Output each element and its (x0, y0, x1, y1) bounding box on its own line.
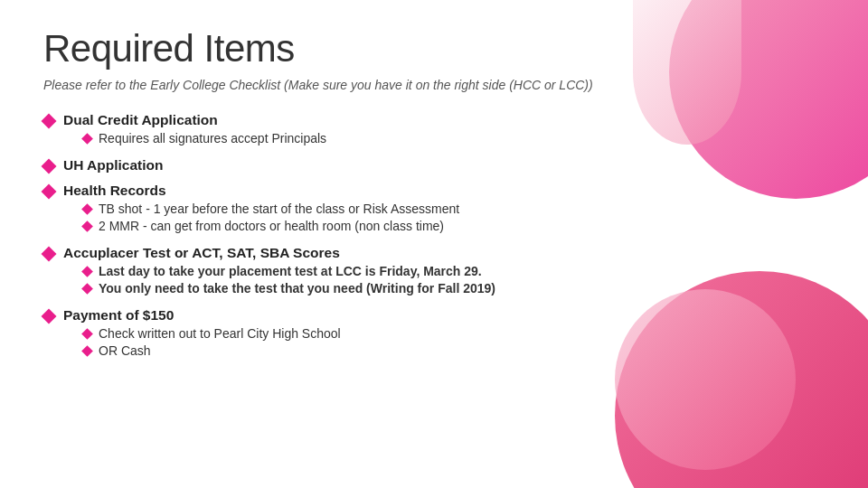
item-label-dual-credit: Dual Credit Application (63, 112, 326, 128)
bullet-icon-payment (42, 309, 57, 324)
main-list-item-health-records: Health RecordsTB shot - 1 year before th… (43, 183, 825, 236)
bullet-icon-dual-credit (42, 114, 57, 129)
sub-item-text-health-records-0: TB shot - 1 year before the start of the… (99, 202, 459, 216)
sub-bullet-icon-dual-credit-0 (81, 133, 93, 145)
sub-bullet-icon-payment-0 (81, 328, 93, 340)
main-list-item-payment: Payment of $150Check written out to Pear… (43, 307, 825, 361)
sub-item-health-records-1: 2 MMR - can get from doctors or health r… (83, 219, 459, 233)
item-label-accuplacer: Accuplacer Test or ACT, SAT, SBA Scores (63, 245, 495, 261)
slide-container: Required Items Please refer to the Early… (0, 0, 868, 488)
sub-item-health-records-0: TB shot - 1 year before the start of the… (83, 202, 459, 216)
sub-item-text-dual-credit-0: Requires all signatures accept Principal… (99, 131, 326, 145)
main-list-item-uh-app: UH Application (43, 157, 825, 174)
main-list-item-dual-credit: Dual Credit ApplicationRequires all sign… (43, 112, 825, 148)
item-label-uh-app: UH Application (63, 157, 164, 174)
sub-list-dual-credit: Requires all signatures accept Principal… (63, 131, 326, 148)
sub-item-text-payment-0: Check written out to Pearl City High Sch… (99, 326, 341, 341)
slide-subtitle: Please refer to the Early College Checkl… (43, 78, 825, 92)
sub-bullet-icon-accuplacer-1 (81, 283, 93, 295)
slide-title: Required Items (43, 27, 825, 70)
slide-content: Required Items Please refer to the Early… (0, 0, 868, 388)
sub-item-text-health-records-1: 2 MMR - can get from doctors or health r… (99, 219, 444, 233)
sub-item-text-accuplacer-1: You only need to take the test that you … (99, 281, 495, 296)
item-wrapper-uh-app: UH Application (63, 157, 164, 174)
sub-bullet-icon-health-records-1 (81, 221, 93, 232)
sub-item-accuplacer-0: Last day to take your placement test at … (83, 264, 495, 278)
main-list-item-accuplacer: Accuplacer Test or ACT, SAT, SBA ScoresL… (43, 245, 825, 298)
bullet-icon-uh-app (42, 159, 57, 174)
sub-item-dual-credit-0: Requires all signatures accept Principal… (83, 131, 326, 145)
item-wrapper-dual-credit: Dual Credit ApplicationRequires all sign… (63, 112, 326, 148)
sub-item-text-payment-1: OR Cash (99, 343, 151, 358)
bullet-icon-health-records (42, 184, 57, 200)
item-wrapper-health-records: Health RecordsTB shot - 1 year before th… (63, 183, 459, 236)
sub-item-text-accuplacer-0: Last day to take your placement test at … (99, 264, 482, 278)
sub-bullet-icon-accuplacer-0 (81, 266, 93, 277)
sub-item-payment-0: Check written out to Pearl City High Sch… (83, 326, 341, 341)
bullet-icon-accuplacer (42, 247, 57, 262)
item-wrapper-payment: Payment of $150Check written out to Pear… (63, 307, 341, 361)
sub-list-health-records: TB shot - 1 year before the start of the… (63, 202, 459, 236)
sub-item-accuplacer-1: You only need to take the test that you … (83, 281, 495, 296)
item-label-payment: Payment of $150 (63, 307, 341, 324)
sub-item-payment-1: OR Cash (83, 343, 341, 358)
sub-list-accuplacer: Last day to take your placement test at … (63, 264, 495, 298)
item-label-health-records: Health Records (63, 183, 459, 199)
sub-bullet-icon-payment-1 (81, 345, 93, 357)
sub-bullet-icon-health-records-0 (81, 203, 93, 215)
item-wrapper-accuplacer: Accuplacer Test or ACT, SAT, SBA ScoresL… (63, 245, 495, 298)
sub-list-payment: Check written out to Pearl City High Sch… (63, 326, 341, 361)
main-list: Dual Credit ApplicationRequires all sign… (43, 112, 825, 361)
